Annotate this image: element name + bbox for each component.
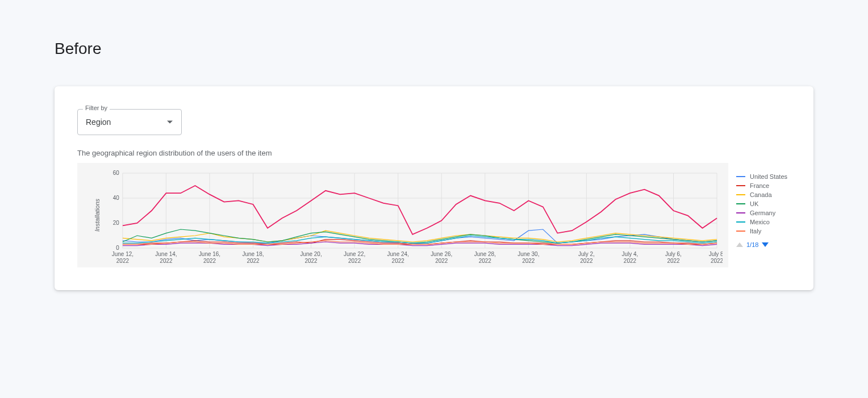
legend-item[interactable]: Canada xyxy=(736,191,791,198)
filter-value: Region xyxy=(86,118,111,127)
filter-dropdown[interactable]: Filter by Region xyxy=(77,109,182,135)
svg-text:June 18,2022: June 18,2022 xyxy=(242,251,264,264)
svg-text:June 22,2022: June 22,2022 xyxy=(344,251,365,264)
svg-text:40: 40 xyxy=(113,195,120,201)
svg-text:June 30,2022: June 30,2022 xyxy=(518,251,539,264)
svg-text:June 16,2022: June 16,2022 xyxy=(199,251,220,264)
filter-select[interactable]: Region xyxy=(77,109,182,135)
legend-swatch xyxy=(736,194,745,195)
svg-text:June 28,2022: June 28,2022 xyxy=(474,251,496,264)
legend-label: UK xyxy=(750,200,758,207)
chart-row: Installations 0204060 June 12,2022June 1… xyxy=(77,163,791,267)
svg-text:0: 0 xyxy=(116,245,119,251)
svg-text:June 20,2022: June 20,2022 xyxy=(301,251,322,264)
legend-swatch xyxy=(736,203,745,204)
legend-label: Mexico xyxy=(750,219,770,225)
series-line xyxy=(123,231,717,242)
series-line xyxy=(123,186,717,234)
svg-text:July 8,2022: July 8,2022 xyxy=(709,251,723,264)
svg-text:60: 60 xyxy=(113,170,120,176)
svg-text:June 14,2022: June 14,2022 xyxy=(155,251,177,264)
legend-swatch xyxy=(736,231,745,232)
legend-label: France xyxy=(750,182,769,189)
legend-swatch xyxy=(736,212,745,213)
legend: United StatesFranceCanadaUKGermanyMexico… xyxy=(728,163,791,267)
pager-up-icon[interactable] xyxy=(736,242,743,247)
legend-label: United States xyxy=(750,173,787,180)
legend-item[interactable]: United States xyxy=(736,173,791,180)
legend-item[interactable]: Italy xyxy=(736,228,791,234)
pager-page: 1/18 xyxy=(746,241,758,248)
y-axis-label: Installations xyxy=(94,199,101,232)
svg-text:July 2,2022: July 2,2022 xyxy=(578,251,595,264)
svg-text:20: 20 xyxy=(113,220,120,226)
pager-down-icon[interactable] xyxy=(762,242,769,247)
legend-label: Italy xyxy=(750,228,761,234)
svg-text:July 4,2022: July 4,2022 xyxy=(622,251,639,264)
legend-item[interactable]: UK xyxy=(736,200,791,207)
caret-down-icon xyxy=(167,121,173,124)
svg-text:July 6,2022: July 6,2022 xyxy=(665,251,682,264)
chart-card: Filter by Region The geographical region… xyxy=(55,86,813,290)
legend-label: Canada xyxy=(750,191,772,198)
svg-text:June 24,2022: June 24,2022 xyxy=(387,251,409,264)
chart-description: The geographical region distribution of … xyxy=(77,149,791,157)
legend-item[interactable]: Germany xyxy=(736,210,791,216)
legend-pager: 1/18 xyxy=(736,241,791,248)
legend-swatch xyxy=(736,185,745,186)
filter-label: Filter by xyxy=(83,104,110,111)
chart-area: Installations 0204060 June 12,2022June 1… xyxy=(77,163,728,267)
line-chart: 0204060 June 12,2022June 14,2022June 16,… xyxy=(106,170,723,267)
legend-item[interactable]: France xyxy=(736,182,791,189)
page-title: Before xyxy=(55,40,813,58)
svg-text:June 26,2022: June 26,2022 xyxy=(431,251,452,264)
legend-swatch xyxy=(736,176,745,177)
svg-text:June 12,2022: June 12,2022 xyxy=(112,251,133,264)
legend-swatch xyxy=(736,221,745,223)
legend-label: Germany xyxy=(750,210,775,216)
legend-item[interactable]: Mexico xyxy=(736,219,791,225)
